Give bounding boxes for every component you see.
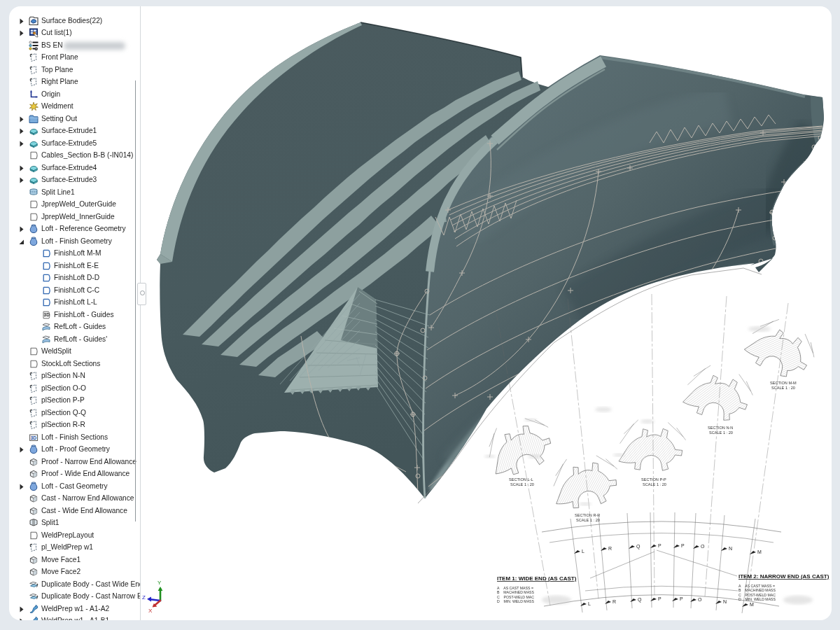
- svg-text:ITEM 1: WIDE END (AS CAST): ITEM 1: WIDE END (AS CAST): [497, 575, 577, 582]
- svg-text:Q: Q: [636, 544, 640, 550]
- svg-text:N: N: [729, 546, 732, 551]
- svg-text:SECTION M-M: SECTION M-M: [770, 381, 797, 385]
- svg-text:SCALE 1 : 20: SCALE 1 : 20: [643, 482, 666, 486]
- svg-text:L: L: [582, 549, 584, 554]
- svg-text:P: P: [681, 543, 685, 548]
- svg-text:SCALE 1 : 20: SCALE 1 : 20: [576, 518, 600, 522]
- svg-text:Y: Y: [158, 580, 162, 586]
- svg-text:P: P: [658, 596, 662, 601]
- svg-text:R: R: [608, 546, 612, 551]
- svg-text:O: O: [698, 597, 702, 602]
- svg-text:M: M: [757, 550, 762, 554]
- svg-text:SCALE 1 : 20: SCALE 1 : 20: [510, 482, 534, 486]
- svg-text:SCALE 1 : 20: SCALE 1 : 20: [771, 386, 795, 390]
- svg-text:A AS CAST MASS =: A AS CAST MASS =: [497, 586, 533, 590]
- svg-text:O: O: [701, 544, 705, 549]
- svg-text:L: L: [588, 601, 591, 606]
- svg-text:SECTION N-N: SECTION N-N: [708, 426, 733, 430]
- svg-text:3D: 3D: [44, 312, 50, 317]
- svg-text:ITEM 2: NARROW END (AS CAST): ITEM 2: NARROW END (AS CAST): [738, 573, 830, 580]
- svg-text:N: N: [723, 599, 727, 604]
- svg-text:B MACHINED MASS: B MACHINED MASS: [738, 588, 776, 592]
- svg-text:D MIN. WELD MASS: D MIN. WELD MASS: [738, 597, 776, 601]
- svg-text:M: M: [750, 602, 754, 607]
- svg-text:Z: Z: [142, 594, 146, 601]
- svg-text:R: R: [612, 599, 616, 604]
- svg-text:C POST-WELD MAC: C POST-WELD MAC: [497, 595, 534, 599]
- svg-text:SCALE 1 : 20: SCALE 1 : 20: [709, 430, 733, 435]
- svg-text:D MIN. WELD MASS: D MIN. WELD MASS: [497, 599, 535, 603]
- svg-text:B MACHINED MASS: B MACHINED MASS: [497, 590, 535, 594]
- svg-text:3D: 3D: [31, 435, 37, 440]
- svg-text:SECTION L-L: SECTION L-L: [509, 477, 533, 482]
- svg-text:SECTION R-R: SECTION R-R: [575, 513, 600, 517]
- svg-text:Q: Q: [638, 597, 642, 603]
- svg-text:A AS CAST MASS =: A AS CAST MASS =: [738, 584, 775, 588]
- svg-text:P: P: [658, 543, 662, 548]
- svg-text:P: P: [680, 596, 683, 601]
- svg-text:SECTION P-P: SECTION P-P: [641, 477, 666, 482]
- svg-text:C POST-WELD MAC: C POST-WELD MAC: [738, 593, 776, 597]
- svg-text:X: X: [148, 608, 153, 614]
